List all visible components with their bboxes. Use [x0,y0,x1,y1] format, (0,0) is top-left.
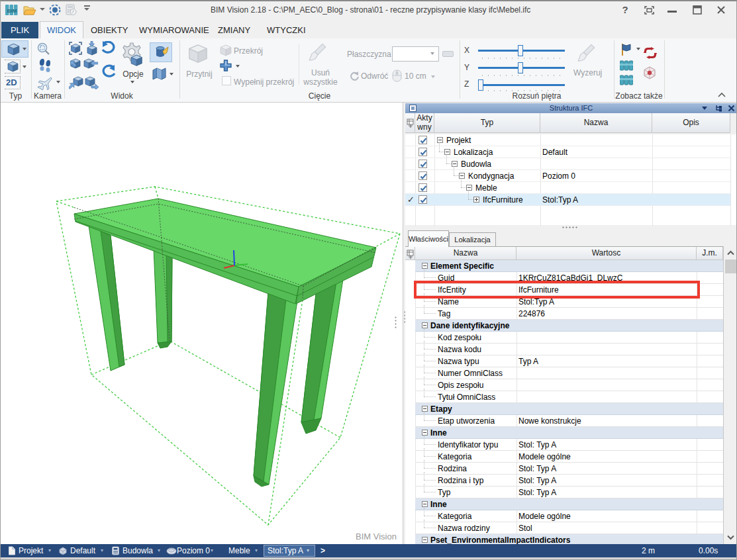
svg-text:BIM: BIM [7,8,17,14]
